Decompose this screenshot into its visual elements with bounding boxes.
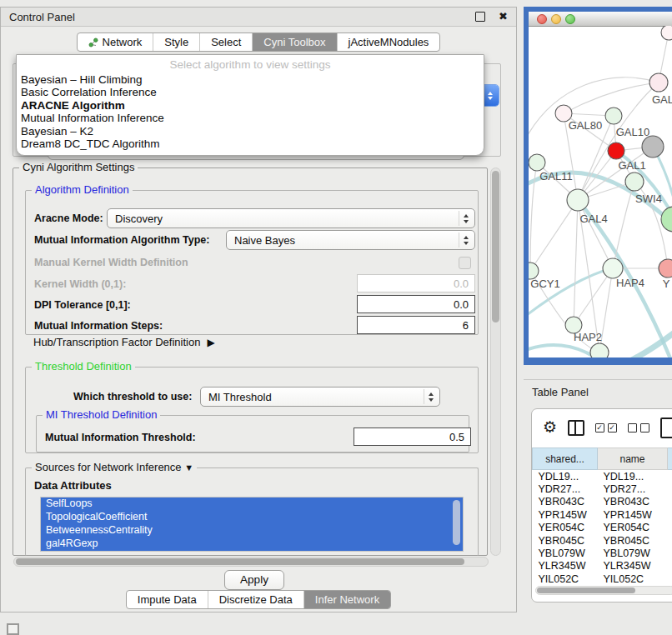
dropdown-item-bayesian-k2[interactable]: Bayesian – K2 — [17, 125, 484, 138]
node-gal11[interactable] — [529, 154, 545, 171]
expand-arrow-icon[interactable]: ▶ — [207, 337, 214, 348]
dpi-tolerance-field[interactable]: 0.0 — [357, 295, 475, 313]
tab-style[interactable]: Style — [153, 33, 199, 51]
dropdown-item-dream8-dc-tdc-algorithm[interactable]: Dream8 DC_TDC Algorithm — [17, 138, 484, 150]
table-cell[interactable]: 9. — [668, 534, 672, 547]
node-hap4[interactable] — [603, 258, 623, 278]
table-row[interactable]: YDR27...YDR27...12 — [533, 482, 672, 495]
table-row[interactable]: YPR145WYPR145W9. — [533, 508, 672, 521]
node-bottom[interactable] — [590, 343, 609, 358]
table-cell[interactable]: YLR345W — [598, 560, 668, 572]
table-cell[interactable]: YBR043C — [598, 496, 668, 508]
tab-select[interactable]: Select — [199, 33, 252, 51]
collapsed-panel-icon[interactable] — [7, 623, 19, 635]
mi-type-combobox[interactable]: Naive Bayes — [226, 230, 475, 250]
hub-definition-expander[interactable]: Hub/Transcription Factor Definition ▶ — [33, 336, 215, 348]
attribute-item-selfloops[interactable]: SelfLoops — [41, 498, 463, 511]
table-row[interactable]: YBL079WYBL079W — [533, 547, 672, 559]
column-header-3[interactable] — [668, 448, 672, 470]
table-cell[interactable]: YPR145W — [533, 508, 598, 521]
node-gal-top[interactable] — [649, 73, 668, 92]
dropdown-item-basic-correlation-inference[interactable]: Basic Correlation Inference — [17, 86, 484, 98]
which-threshold-combobox[interactable]: MI Threshold — [200, 387, 440, 407]
table-horizontal-scrollbar[interactable] — [535, 586, 672, 595]
table-cell[interactable]: 9 — [668, 572, 672, 585]
settings-scrollbar[interactable] — [490, 168, 501, 556]
table-cell[interactable]: YER054C — [598, 522, 668, 534]
table-cell[interactable]: YIL052C — [533, 572, 598, 585]
tab-infer-network[interactable]: Infer Network — [303, 591, 390, 608]
manual-kernel-checkbox[interactable] — [459, 257, 471, 269]
window-minimize-button[interactable] — [551, 14, 561, 24]
table-cell[interactable]: 9. — [668, 560, 672, 572]
table-cell[interactable] — [668, 547, 672, 559]
column-header-name[interactable]: name — [598, 448, 668, 470]
attribute-item-betweennesscentrality[interactable]: BetweennessCentrality — [41, 524, 463, 538]
scrollbar-thumb[interactable] — [492, 171, 499, 322]
node-salmon[interactable] — [659, 259, 672, 278]
table-cell[interactable]: YBL079W — [598, 547, 668, 559]
column-header-shared[interactable]: shared... — [533, 448, 598, 470]
scrollbar-thumb[interactable] — [16, 558, 464, 565]
node-gal4[interactable] — [567, 189, 589, 211]
node-gal10[interactable] — [605, 108, 622, 124]
column-view-icon[interactable] — [568, 420, 584, 436]
spinner-icon[interactable] — [459, 232, 472, 248]
dropdown-item-aracne-algorithm[interactable]: ARACNE Algorithm — [17, 99, 484, 112]
table-row[interactable]: YBR045CYBR045C9. — [533, 534, 672, 547]
spinner-icon[interactable] — [424, 389, 437, 404]
table-cell[interactable]: YLR345W — [533, 560, 598, 572]
table-cell[interactable]: YDR27... — [533, 482, 598, 495]
dropdown-item-mutual-information-inference[interactable]: Mutual Information Inference — [17, 112, 484, 124]
dropdown-item-bayesian-hill-climbing[interactable]: Bayesian – Hill Climbing — [17, 73, 484, 86]
gear-icon[interactable]: ⚙ — [543, 419, 557, 436]
table-cell[interactable]: YER054C — [533, 522, 598, 534]
kernel-width-field[interactable]: 0.0 — [357, 274, 475, 292]
table-row[interactable]: YDL19...YDL19...13 — [533, 470, 672, 483]
table-cell[interactable]: 12 — [668, 482, 672, 495]
aracne-mode-combobox[interactable]: Discovery — [107, 208, 475, 228]
select-all-checkboxes-icon[interactable]: ✓✓ — [595, 423, 617, 432]
spinner-icon[interactable] — [459, 211, 472, 226]
table-cell[interactable]: YBL079W — [533, 547, 598, 559]
network-canvas[interactable]: GALGAL80GAL10GAL1GAL11SWI4GAL4GCY1HAP4YH… — [529, 26, 672, 358]
table-cell[interactable]: YBR045C — [598, 534, 668, 547]
table-cell[interactable]: YBR045C — [533, 534, 598, 547]
table-cell[interactable]: YDR27... — [598, 482, 668, 495]
tab-impute-data[interactable]: Impute Data — [127, 591, 208, 608]
deselect-all-checkboxes-icon[interactable] — [628, 423, 649, 432]
table-cell[interactable]: 8. — [668, 522, 672, 534]
node-gal1[interactable] — [625, 172, 644, 191]
collapse-arrow-icon[interactable]: ▼ — [184, 462, 193, 472]
node-swi4[interactable] — [661, 207, 672, 232]
table-cell[interactable] — [668, 496, 672, 508]
window-close-button[interactable] — [537, 14, 547, 24]
window-zoom-button[interactable] — [565, 14, 575, 24]
apply-button[interactable]: Apply — [224, 570, 284, 590]
node-gcy1[interactable] — [529, 262, 539, 279]
table-row[interactable]: YIL052CYIL052C9 — [533, 572, 672, 585]
settings-horizontal-scrollbar[interactable] — [13, 557, 489, 567]
tab-discretize-data[interactable]: Discretize Data — [208, 591, 303, 608]
table-cell[interactable]: YPR145W — [598, 508, 668, 521]
mi-threshold-field[interactable]: 0.5 — [354, 428, 471, 446]
table-cell[interactable]: YBR043C — [533, 496, 598, 508]
attribute-item-gal4rgexp[interactable]: gal4RGexp — [41, 538, 463, 551]
float-panel-icon[interactable] — [475, 12, 485, 22]
mi-steps-field[interactable]: 6 — [357, 316, 475, 334]
list-scrollbar[interactable] — [453, 500, 460, 545]
document-icon[interactable] — [660, 418, 672, 438]
combobox-spinner-icon[interactable] — [482, 85, 499, 106]
table-row[interactable]: YBR043CYBR043C — [533, 496, 672, 508]
node-red[interactable] — [608, 142, 624, 159]
tab-jactivemnodules[interactable]: jActiveMNodules — [337, 33, 440, 51]
close-panel-icon[interactable]: ✖ — [499, 12, 508, 21]
attribute-item-topologicalcoefficient[interactable]: TopologicalCoefficient — [41, 511, 463, 524]
node-top-partial[interactable] — [661, 26, 672, 40]
table-cell[interactable]: 9. — [668, 508, 672, 521]
table-cell[interactable]: YDL19... — [598, 470, 668, 483]
table-row[interactable]: YLR345WYLR345W9. — [533, 560, 672, 572]
tab-network[interactable]: Network — [78, 33, 153, 51]
node-gray[interactable] — [642, 136, 664, 158]
table-cell[interactable]: 13 — [668, 470, 672, 483]
